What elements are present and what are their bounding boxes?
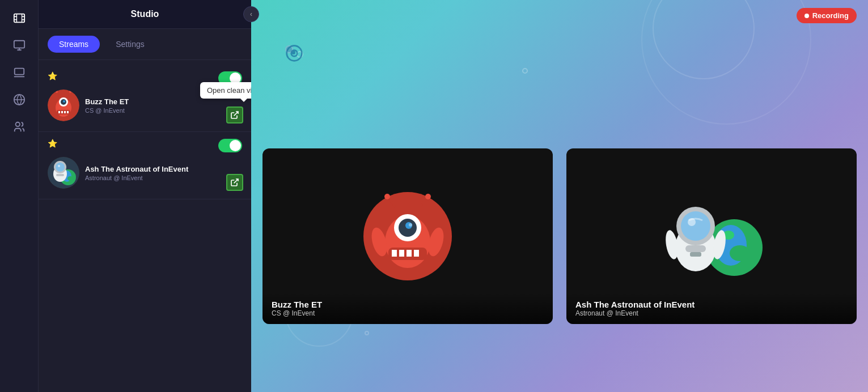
svg-point-4 [15, 122, 19, 126]
video-cards: Buzz The ET CS @ InEvent [262, 148, 857, 324]
stream-name-ash: Ash The Astronaut of InEvent [85, 165, 242, 173]
stream-avatar-area-ash: Ash The Astronaut of InEvent Astronaut @… [48, 157, 242, 189]
svg-rect-17 [64, 111, 66, 113]
toggle-buzz[interactable] [218, 71, 242, 85]
svg-point-9 [63, 100, 65, 103]
svg-point-32 [293, 52, 295, 54]
rec-dot [805, 14, 809, 18]
svg-point-23 [67, 176, 73, 181]
video-card-buzz: Buzz The ET CS @ InEvent [262, 148, 553, 324]
stream-item-buzz[interactable]: ⭐ [39, 65, 251, 132]
stream-info-ash: Ash The Astronaut of InEvent Astronaut @… [85, 165, 242, 181]
stream-name-buzz: Buzz The ET [85, 97, 242, 106]
svg-point-38 [409, 223, 412, 227]
svg-rect-15 [58, 111, 60, 113]
studio-title: Studio [50, 9, 240, 19]
video-card-info-buzz: Buzz The ET CS @ InEvent [262, 293, 553, 324]
video-card-role-ash: Astronaut @ InEvent [575, 309, 848, 317]
studio-panel: Studio ‹ Streams Settings ⭐ [39, 0, 251, 392]
open-feed-btn-ash[interactable] [226, 174, 243, 191]
svg-rect-16 [61, 111, 63, 113]
stream-avatar-area-buzz: Buzz The ET CS @ InEvent [48, 90, 242, 121]
tab-settings[interactable]: Settings [104, 36, 156, 53]
collapse-button[interactable]: ‹ [243, 6, 259, 22]
star-icon-ash[interactable]: ⭐ [48, 139, 57, 148]
svg-rect-18 [67, 111, 69, 113]
svg-point-26 [56, 163, 65, 172]
tab-streams[interactable]: Streams [48, 36, 100, 53]
icon-sidebar [0, 0, 39, 392]
deco-dot-2 [522, 68, 528, 74]
studio-header: Studio ‹ [39, 0, 251, 29]
sidebar-icon-film[interactable] [7, 6, 32, 31]
sidebar-icon-people[interactable] [7, 114, 32, 139]
svg-point-40 [384, 194, 390, 199]
open-feed-btn-buzz[interactable]: Open clean video feed [226, 106, 243, 123]
toggle-ash[interactable] [218, 139, 242, 152]
svg-point-27 [58, 165, 60, 167]
svg-point-11 [56, 91, 58, 93]
sidebar-icon-globe[interactable] [7, 87, 32, 112]
video-card-name-buzz: Buzz The ET [272, 300, 544, 309]
recording-badge: Recording [797, 8, 857, 23]
deco-dot-3 [365, 331, 369, 335]
sidebar-icon-monitor[interactable] [7, 33, 32, 58]
svg-rect-46 [407, 250, 412, 257]
stream-header-ash: ⭐ [48, 139, 242, 152]
svg-rect-45 [399, 250, 404, 257]
tabs-row: Streams Settings [39, 29, 251, 60]
video-card-role-buzz: CS @ InEvent [272, 309, 544, 317]
sidebar-icons [0, 6, 38, 139]
stream-header-buzz: ⭐ [48, 71, 242, 85]
svg-point-42 [425, 194, 431, 199]
streams-list: ⭐ [39, 60, 251, 392]
star-icon-buzz[interactable]: ⭐ [48, 71, 57, 80]
stream-role-ash: Astronaut @ InEvent [85, 174, 242, 181]
stream-item-ash[interactable]: ⭐ [39, 132, 251, 199]
stream-role-buzz: CS @ InEvent [85, 107, 242, 114]
avatar-buzz [48, 90, 79, 121]
svg-rect-58 [685, 245, 706, 252]
video-card-name-ash: Ash The Astronaut of InEvent [575, 300, 848, 309]
main-content: Recording [251, 0, 868, 392]
avatar-ash [48, 157, 79, 189]
recording-label: Recording [812, 11, 849, 20]
camera-eye-icon [285, 44, 303, 66]
svg-rect-44 [392, 250, 397, 257]
svg-rect-47 [414, 250, 419, 257]
svg-point-13 [69, 91, 71, 93]
video-card-info-ash: Ash The Astronaut of InEvent Astronaut @… [566, 293, 857, 324]
svg-point-56 [681, 211, 710, 241]
svg-rect-1 [14, 41, 24, 48]
svg-rect-0 [14, 14, 24, 23]
svg-rect-59 [690, 252, 701, 257]
svg-rect-28 [56, 174, 64, 176]
stream-info-buzz: Buzz The ET CS @ InEvent [85, 97, 242, 114]
sidebar-icon-laptop[interactable] [7, 60, 32, 85]
svg-point-52 [730, 245, 750, 261]
svg-line-19 [234, 112, 238, 116]
svg-rect-2 [14, 69, 24, 75]
svg-line-29 [234, 179, 238, 183]
video-card-ash: Ash The Astronaut of InEvent Astronaut @… [566, 148, 857, 324]
